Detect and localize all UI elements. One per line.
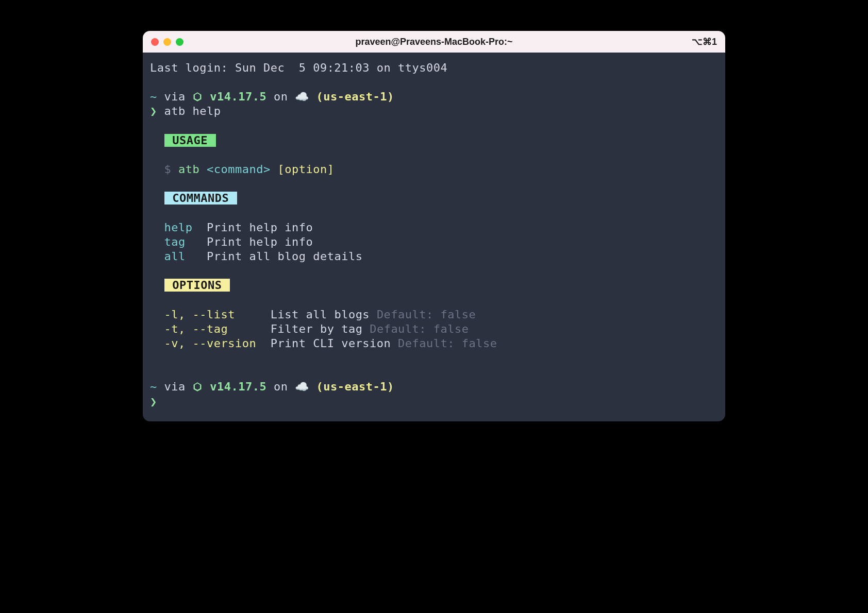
command-row: help Print help info bbox=[150, 220, 718, 235]
last-login-line: Last login: Sun Dec 5 09:21:03 on ttys00… bbox=[150, 61, 718, 75]
command-name: help bbox=[164, 221, 193, 234]
commands-header: COMMANDS bbox=[150, 191, 718, 206]
blank-line bbox=[150, 148, 718, 162]
empty-prompt-line[interactable]: ❯ bbox=[150, 395, 718, 409]
option-flags: -v, --version bbox=[164, 337, 257, 350]
usage-dollar: $ bbox=[150, 163, 178, 176]
blank-line bbox=[150, 264, 718, 278]
command-desc: Print help info bbox=[207, 235, 313, 248]
command-desc: Print help info bbox=[207, 221, 313, 234]
blank-line bbox=[150, 75, 718, 90]
option-row: -v, --version Print CLI version Default:… bbox=[150, 336, 718, 351]
options-badge: OPTIONS bbox=[164, 279, 230, 292]
node-version: v14.17.5 bbox=[210, 90, 266, 103]
commands-badge: COMMANDS bbox=[164, 192, 237, 205]
prompt-on: on bbox=[266, 90, 295, 103]
option-row: -l, --list List all blogs Default: false bbox=[150, 308, 718, 322]
option-desc: Print CLI version bbox=[271, 337, 398, 350]
node-icon bbox=[192, 90, 203, 103]
command-desc: Print all blog details bbox=[207, 250, 362, 263]
prompt-via: via bbox=[157, 380, 193, 393]
option-desc: List all blogs bbox=[271, 308, 377, 321]
prompt-line-1: ~ via v14.17.5 on ☁️ (us-east-1) bbox=[150, 90, 718, 104]
usage-badge: USAGE bbox=[164, 134, 216, 147]
maximize-button[interactable] bbox=[176, 38, 183, 46]
usage-opts: [option] bbox=[277, 163, 334, 176]
prompt-arrow: ❯ bbox=[150, 395, 164, 408]
option-default: Default: false bbox=[398, 337, 497, 350]
prompt-tilde: ~ bbox=[150, 90, 157, 103]
command-row: tag Print help info bbox=[150, 235, 718, 249]
terminal-window: praveen@Praveens-MacBook-Pro:~ ⌥⌘1 Last … bbox=[143, 31, 725, 421]
window-title: praveen@Praveens-MacBook-Pro:~ bbox=[151, 37, 717, 47]
cloud-icon: ☁️ bbox=[295, 380, 309, 393]
blank-line bbox=[150, 293, 718, 308]
option-flags: -l, --list bbox=[164, 308, 235, 321]
typed-command: atb help bbox=[164, 105, 221, 117]
option-flags: -t, --tag bbox=[164, 322, 228, 335]
usage-args: <command> bbox=[207, 163, 277, 176]
prompt-line-2: ~ via v14.17.5 on ☁️ (us-east-1) bbox=[150, 380, 718, 394]
command-row: all Print all blog details bbox=[150, 249, 718, 264]
aws-region: (us-east-1) bbox=[309, 90, 394, 103]
prompt-on: on bbox=[266, 380, 295, 393]
usage-cmd: atb bbox=[178, 163, 207, 176]
option-default: Default: false bbox=[370, 322, 469, 335]
titlebar[interactable]: praveen@Praveens-MacBook-Pro:~ ⌥⌘1 bbox=[143, 31, 725, 53]
command-name: all bbox=[164, 250, 186, 263]
blank-line bbox=[150, 119, 718, 133]
prompt-via: via bbox=[157, 90, 193, 103]
prompt-tilde: ~ bbox=[150, 380, 157, 393]
aws-region: (us-east-1) bbox=[309, 380, 394, 393]
command-name: tag bbox=[164, 235, 186, 248]
blank-line bbox=[150, 365, 718, 380]
cloud-icon: ☁️ bbox=[295, 90, 309, 103]
close-button[interactable] bbox=[151, 38, 159, 46]
node-icon bbox=[192, 380, 203, 393]
options-header: OPTIONS bbox=[150, 278, 718, 293]
blank-line bbox=[150, 351, 718, 365]
option-default: Default: false bbox=[377, 308, 476, 321]
usage-line: $ atb <command> [option] bbox=[150, 162, 718, 177]
minimize-button[interactable] bbox=[163, 38, 171, 46]
option-row: -t, --tag Filter by tag Default: false bbox=[150, 322, 718, 336]
prompt-arrow: ❯ bbox=[150, 105, 164, 117]
blank-line bbox=[150, 206, 718, 220]
titlebar-shortcut: ⌥⌘1 bbox=[692, 36, 717, 47]
option-desc: Filter by tag bbox=[271, 322, 370, 335]
terminal-body[interactable]: Last login: Sun Dec 5 09:21:03 on ttys00… bbox=[143, 53, 725, 421]
blank-line bbox=[150, 177, 718, 191]
node-version: v14.17.5 bbox=[210, 380, 266, 393]
usage-header: USAGE bbox=[150, 133, 718, 148]
command-line: ❯ atb help bbox=[150, 104, 718, 118]
traffic-lights bbox=[151, 38, 183, 46]
